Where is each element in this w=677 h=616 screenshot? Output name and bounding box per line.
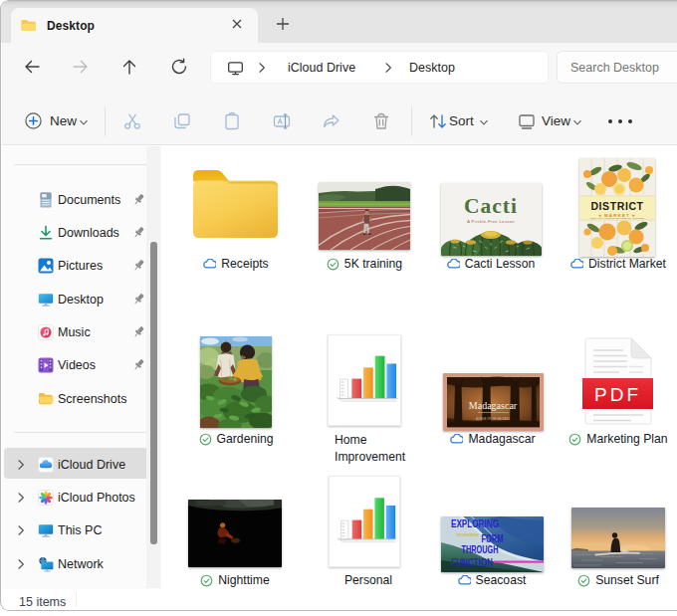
svg-text:EXPLORING NATURE: EXPLORING NATURE [457, 533, 479, 537]
svg-text:PDF: PDF [594, 384, 641, 405]
svg-text:EXPLORING: EXPLORING [451, 517, 499, 529]
svg-text:DISTRICT: DISTRICT [590, 200, 643, 212]
svg-text:A Prickle-Free Lesson: A Prickle-Free Lesson [467, 219, 515, 224]
svg-text:THROUGH: THROUGH [462, 543, 499, 555]
svg-text:AVENUE OF THE BAOBABS: AVENUE OF THE BAOBABS [476, 417, 510, 421]
svg-text:FRESH LOCAL PRODUCE DELIVERED: FRESH LOCAL PRODUCE DELIVERED TO YOUR DO… [590, 217, 645, 219]
svg-text:Madagascar: Madagascar [469, 400, 518, 411]
svg-text:FORM: FORM [482, 532, 504, 544]
svg-text:Cacti: Cacti [464, 194, 518, 218]
svg-text:FUNCTION: FUNCTION [451, 556, 493, 568]
